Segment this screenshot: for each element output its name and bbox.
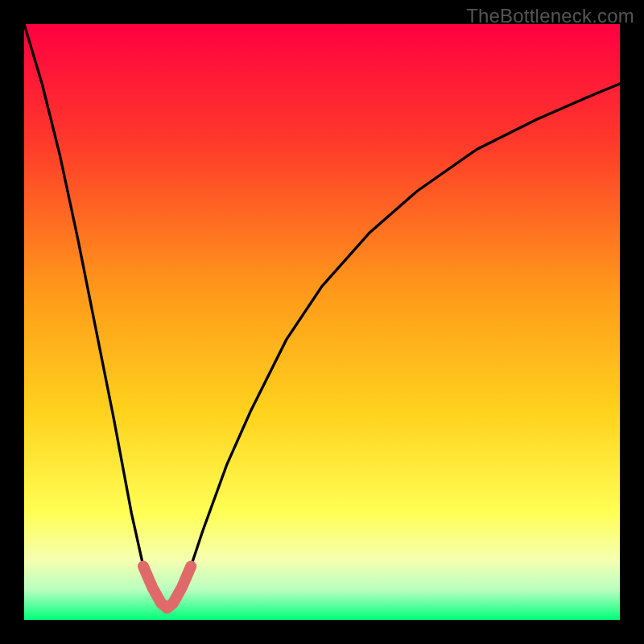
- watermark-text: TheBottleneck.com: [466, 5, 634, 27]
- gradient-bg: [24, 24, 620, 620]
- bottleneck-chart: [24, 24, 620, 620]
- chart-frame: TheBottleneck.com: [0, 0, 644, 644]
